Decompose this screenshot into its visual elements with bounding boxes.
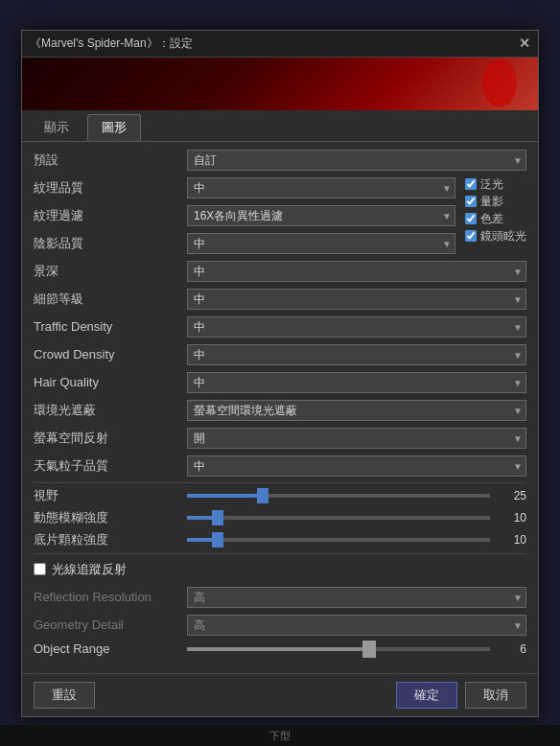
film-grain-range-wrapper [187, 532, 490, 548]
effects-checkboxes: 泛光 量影 色差 鏡頭眩光 [465, 176, 526, 245]
chromatic-checkbox[interactable] [465, 213, 477, 224]
hair-quality-label: Hair Quality [34, 375, 187, 389]
shadow-quality-row: 陰影品質 中 ▼ [34, 232, 455, 255]
detail-level-row: 細節等級 中 ▼ [34, 288, 526, 311]
particle-quality-select[interactable]: 中 [187, 455, 526, 477]
shadow-label: 量影 [480, 194, 503, 210]
fov-slider-row: 視野 25 [34, 487, 526, 504]
traffic-density-select[interactable]: 中 [187, 316, 526, 338]
particle-quality-row: 天氣粒子品質 中 ▼ [34, 455, 526, 478]
ray-tracing-checkbox[interactable] [34, 563, 46, 575]
object-range-label: Object Range [34, 641, 187, 656]
footer-right: 確定 取消 [396, 682, 526, 709]
preset-row: 預設 自訂 低 中 高 超高 ▼ [34, 150, 526, 171]
ambient-occlusion-select-wrapper: 螢幕空間環境光遮蔽 ▼ [187, 400, 526, 421]
ray-tracing-row: 光線追蹤反射 [34, 558, 526, 581]
bloom-label: 泛光 [480, 176, 503, 193]
shadow-quality-label: 陰影品質 [34, 235, 187, 252]
lens-flare-checkbox-item[interactable]: 鏡頭眩光 [465, 228, 526, 245]
shadow-checkbox[interactable] [465, 196, 477, 207]
screen-reflection-row: 螢幕空間反射 開 ▼ [34, 427, 526, 450]
settings-content: 預設 自訂 低 中 高 超高 ▼ 紋理品質 中 [22, 142, 538, 669]
shadow-checkbox-item[interactable]: 量影 [465, 194, 526, 210]
reflection-resolution-select-wrapper: 高 ▼ [187, 587, 526, 608]
screen-reflection-select-wrapper: 開 ▼ [187, 428, 526, 449]
depth-of-field-row: 景深 中 ▼ [34, 260, 526, 283]
geometry-detail-label: Geometry Detail [34, 618, 187, 632]
depth-of-field-select-wrapper: 中 ▼ [187, 261, 526, 282]
object-range-range-wrapper [187, 641, 490, 657]
texture-quality-select-wrapper: 中 ▼ [187, 177, 455, 198]
texture-filter-label: 紋理過濾 [34, 207, 187, 224]
geometry-detail-select[interactable]: 高 [187, 615, 526, 636]
shadow-quality-select[interactable]: 中 [187, 233, 455, 254]
detail-level-select-wrapper: 中 ▼ [187, 289, 526, 310]
motion-blur-value: 10 [498, 511, 526, 525]
fov-value: 25 [498, 489, 526, 502]
cancel-button[interactable]: 取消 [465, 682, 526, 709]
chromatic-checkbox-item[interactable]: 色差 [465, 211, 526, 227]
texture-filter-row: 紋理過濾 16X各向異性過濾 ▼ [34, 204, 455, 227]
geometry-detail-row: Geometry Detail 高 ▼ [34, 614, 526, 637]
shadow-quality-select-wrapper: 中 ▼ [187, 233, 455, 254]
hair-quality-select-wrapper: 中 ▼ [187, 372, 526, 393]
close-button[interactable]: ✕ [519, 35, 530, 51]
screen-reflection-label: 螢幕空間反射 [34, 430, 187, 447]
texture-quality-select[interactable]: 中 [187, 177, 455, 198]
crowd-density-select[interactable]: 中 [187, 344, 526, 365]
detail-level-select[interactable]: 中 [187, 289, 526, 310]
bottom-bar: 下型 [0, 725, 560, 746]
film-grain-value: 10 [498, 533, 526, 547]
hero-banner [22, 58, 538, 110]
texture-quality-label: 紋理品質 [34, 179, 187, 197]
detail-level-label: 細節等級 [34, 291, 187, 308]
hair-quality-row: Hair Quality 中 ▼ [34, 371, 526, 394]
depth-of-field-label: 景深 [34, 263, 187, 280]
preset-select-wrapper: 自訂 低 中 高 超高 ▼ [187, 150, 526, 171]
reflection-resolution-row: Reflection Resolution 高 ▼ [34, 586, 526, 609]
tab-display[interactable]: 顯示 [30, 114, 83, 141]
bottom-bar-text: 下型 [269, 729, 291, 743]
fov-label: 視野 [34, 487, 187, 504]
particle-quality-select-wrapper: 中 ▼ [187, 455, 526, 477]
texture-filter-select-wrapper: 16X各向異性過濾 ▼ [187, 205, 455, 226]
bloom-checkbox[interactable] [465, 178, 477, 190]
film-grain-slider-container: 10 [187, 532, 526, 548]
bloom-checkbox-item[interactable]: 泛光 [465, 176, 526, 193]
ambient-occlusion-label: 環境光遮蔽 [34, 402, 187, 419]
ambient-occlusion-row: 環境光遮蔽 螢幕空間環境光遮蔽 ▼ [34, 399, 526, 422]
geometry-detail-select-wrapper: 高 ▼ [187, 615, 526, 636]
confirm-button[interactable]: 確定 [396, 682, 457, 709]
reflection-resolution-label: Reflection Resolution [34, 590, 187, 604]
title-bar: 《Marvel's Spider-Man》：設定 ✕ [22, 31, 538, 58]
preset-label: 預設 [34, 152, 187, 169]
fov-slider-container: 25 [187, 488, 526, 503]
divider-2 [34, 553, 526, 554]
reset-button[interactable]: 重設 [34, 682, 95, 709]
ray-tracing-label: 光線追蹤反射 [52, 561, 127, 578]
depth-of-field-select[interactable]: 中 [187, 261, 526, 282]
hair-quality-select[interactable]: 中 [187, 372, 526, 393]
reflection-resolution-select[interactable]: 高 [187, 587, 526, 608]
texture-filter-select[interactable]: 16X各向異性過濾 [187, 205, 455, 226]
lens-flare-checkbox[interactable] [465, 230, 477, 242]
footer: 重設 確定 取消 [22, 673, 538, 716]
crowd-density-row: Crowd Density 中 ▼ [34, 343, 526, 366]
motion-blur-slider-row: 動態模糊強度 10 [34, 509, 526, 526]
tabs-bar: 顯示 圖形 [22, 110, 538, 142]
traffic-density-label: Traffic Density [34, 319, 187, 334]
traffic-density-row: Traffic Density 中 ▼ [34, 315, 526, 338]
object-range-slider-container: 6 [187, 641, 526, 657]
motion-blur-slider-container: 10 [187, 510, 526, 525]
texture-quality-row: 紋理品質 中 ▼ [34, 176, 455, 199]
crowd-density-label: Crowd Density [34, 347, 187, 361]
film-grain-label: 底片顆粒強度 [34, 531, 187, 548]
screen-reflection-select[interactable]: 開 [187, 428, 526, 449]
tab-graphics[interactable]: 圖形 [87, 114, 141, 141]
ray-tracing-checkbox-label[interactable]: 光線追蹤反射 [34, 561, 127, 578]
crowd-density-select-wrapper: 中 ▼ [187, 344, 526, 365]
preset-select[interactable]: 自訂 低 中 高 超高 [187, 150, 526, 171]
divider-1 [34, 482, 526, 483]
ambient-occlusion-select[interactable]: 螢幕空間環境光遮蔽 [187, 400, 526, 421]
chromatic-label: 色差 [480, 211, 503, 227]
